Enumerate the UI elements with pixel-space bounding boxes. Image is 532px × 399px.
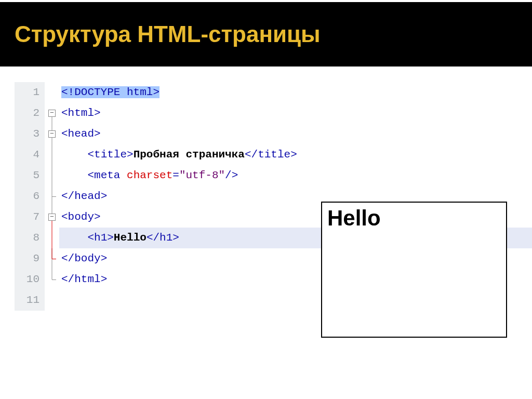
line-number: 5	[15, 165, 45, 186]
slide-title: Структура HTML-страницы	[15, 21, 321, 47]
content-area: 1 <!DOCTYPE html> 2 − <html> 3 − <head> …	[0, 66, 532, 311]
fold-column[interactable]: −	[45, 103, 59, 124]
code-line: 4 <title>Пробная страничка</title>	[15, 144, 532, 165]
code-content: <h1>Hello</h1>	[59, 228, 532, 248]
fold-column	[45, 82, 59, 103]
fold-column	[45, 269, 59, 290]
code-content: <head>	[59, 124, 532, 144]
line-number: 2	[15, 103, 45, 124]
code-line: 5 <meta charset="utf-8"/>	[15, 165, 532, 186]
fold-toggle-icon[interactable]: −	[48, 130, 56, 138]
code-line: 2 − <html>	[15, 103, 532, 124]
fold-column	[45, 186, 59, 207]
line-number: 6	[15, 186, 45, 207]
code-content: <html>	[59, 103, 532, 124]
line-number: 10	[15, 269, 45, 290]
fold-column	[45, 165, 59, 186]
line-number: 11	[15, 290, 45, 311]
fold-toggle-icon[interactable]: −	[48, 110, 56, 117]
code-content: <!DOCTYPE html>	[59, 82, 532, 103]
code-line: 3 − <head>	[15, 124, 532, 144]
code-line-current: 8 <h1>Hello</h1>	[15, 228, 532, 248]
fold-column	[45, 144, 59, 165]
line-number: 9	[15, 248, 45, 269]
browser-preview: Hello	[321, 202, 507, 338]
code-line: 1 <!DOCTYPE html>	[15, 82, 532, 103]
fold-column[interactable]: −	[45, 124, 59, 144]
fold-toggle-icon[interactable]: −	[48, 214, 56, 221]
preview-heading: Hello	[327, 206, 501, 231]
line-number: 1	[15, 82, 45, 103]
line-number: 3	[15, 124, 45, 144]
doctype-declaration: <!DOCTYPE html>	[61, 86, 159, 98]
line-number: 7	[15, 207, 45, 228]
fold-column	[45, 290, 59, 311]
slide-title-bar: Структура HTML-страницы	[0, 0, 532, 66]
fold-column[interactable]: −	[45, 207, 59, 228]
code-content: <title>Пробная страничка</title>	[59, 144, 532, 165]
fold-column	[45, 248, 59, 269]
code-content: <meta charset="utf-8"/>	[59, 165, 532, 186]
line-number: 4	[15, 144, 45, 165]
line-number: 8	[15, 228, 45, 248]
fold-column	[45, 228, 59, 248]
